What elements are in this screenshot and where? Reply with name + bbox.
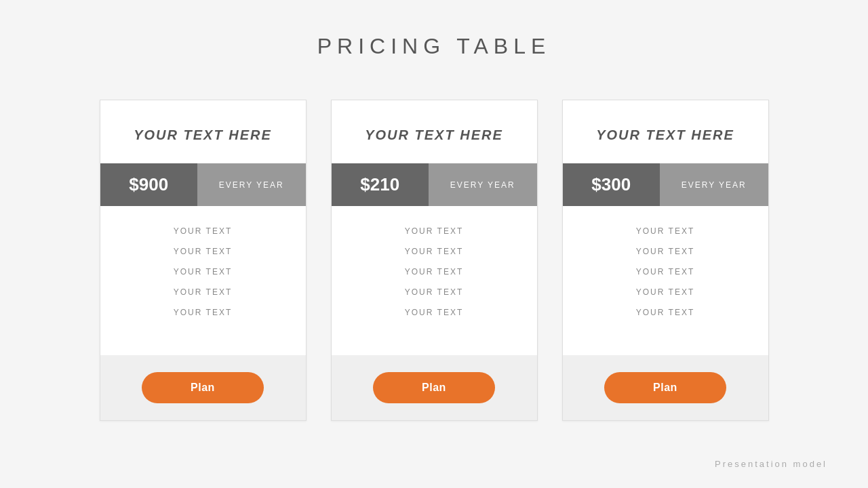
- card-3-period: EVERY YEAR: [660, 163, 768, 206]
- card-2-price: $210: [332, 163, 429, 206]
- card-2-title: YOUR TEXT HERE: [345, 127, 524, 143]
- card-2-plan-button[interactable]: Plan: [373, 372, 495, 403]
- card-1-period: EVERY YEAR: [197, 163, 306, 206]
- card-1-feature-4: YOUR TEXT: [174, 287, 232, 297]
- card-1-feature-5: YOUR TEXT: [174, 308, 232, 317]
- pricing-card-2: YOUR TEXT HERE$210EVERY YEARYOUR TEXTYOU…: [331, 100, 538, 421]
- card-3-feature-2: YOUR TEXT: [636, 247, 694, 256]
- card-3-features: YOUR TEXTYOUR TEXTYOUR TEXTYOUR TEXTYOUR…: [563, 206, 768, 355]
- card-2-feature-5: YOUR TEXT: [405, 308, 463, 317]
- card-3-price: $300: [563, 163, 660, 206]
- card-3-title: YOUR TEXT HERE: [576, 127, 755, 143]
- pricing-card-1: YOUR TEXT HERE$900EVERY YEARYOUR TEXTYOU…: [100, 100, 307, 421]
- card-1-plan-button[interactable]: Plan: [142, 372, 264, 403]
- card-1-features: YOUR TEXTYOUR TEXTYOUR TEXTYOUR TEXTYOUR…: [100, 206, 306, 355]
- card-3-feature-5: YOUR TEXT: [636, 308, 694, 317]
- card-1-price: $900: [100, 163, 198, 206]
- card-2-feature-2: YOUR TEXT: [405, 247, 463, 256]
- card-3-plan-button[interactable]: Plan: [604, 372, 726, 403]
- card-1-feature-2: YOUR TEXT: [174, 247, 232, 256]
- card-3-feature-4: YOUR TEXT: [636, 287, 694, 297]
- card-1-title: YOUR TEXT HERE: [114, 127, 292, 143]
- card-2-feature-1: YOUR TEXT: [405, 226, 463, 236]
- card-2-features: YOUR TEXTYOUR TEXTYOUR TEXTYOUR TEXTYOUR…: [332, 206, 537, 355]
- pricing-card-3: YOUR TEXT HERE$300EVERY YEARYOUR TEXTYOU…: [562, 100, 769, 421]
- page-title: PRICING TABLE: [317, 34, 551, 59]
- pricing-cards-container: YOUR TEXT HERE$900EVERY YEARYOUR TEXTYOU…: [0, 100, 868, 421]
- presentation-label: Presentation model: [715, 459, 827, 469]
- card-3-feature-3: YOUR TEXT: [636, 267, 694, 277]
- card-1-feature-3: YOUR TEXT: [174, 267, 232, 277]
- card-2-period: EVERY YEAR: [429, 163, 537, 206]
- card-2-feature-3: YOUR TEXT: [405, 267, 463, 277]
- card-3-feature-1: YOUR TEXT: [636, 226, 694, 236]
- card-2-feature-4: YOUR TEXT: [405, 287, 463, 297]
- card-1-feature-1: YOUR TEXT: [174, 226, 232, 236]
